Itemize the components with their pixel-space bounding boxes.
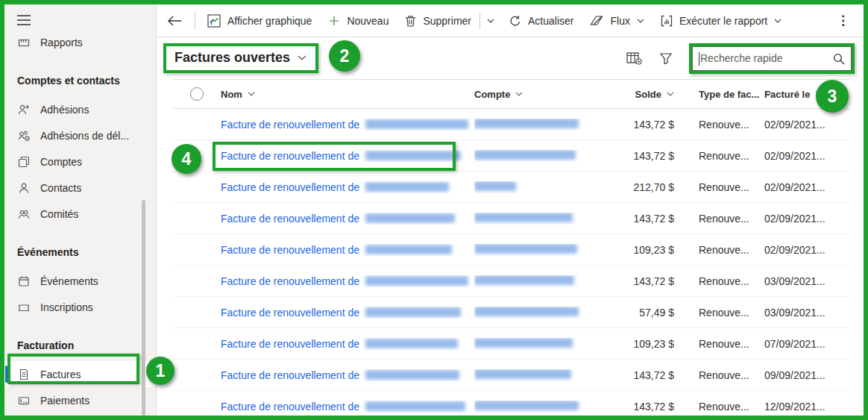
invoice-row-2: Facture de renouvellement de143,72 $Reno…	[173, 140, 852, 172]
checkbox-circle[interactable]	[190, 87, 204, 101]
sitemap-sidebar: RapportsComptes et contactsAdhésionsAdhé…	[4, 4, 157, 416]
column-header-compte[interactable]: Compte	[474, 89, 604, 100]
more-commands-button[interactable]: ⋮	[828, 8, 859, 34]
select-all-checkbox[interactable]	[173, 87, 221, 101]
new-button[interactable]: Nouveau	[320, 8, 397, 34]
column-header-type-de-fac-[interactable]: Type de fac...	[674, 89, 764, 100]
invoice-name-link[interactable]: Facture de renouvellement de	[221, 181, 474, 193]
date-cell: 12/09/2021...	[764, 401, 851, 413]
redacted-account-link[interactable]	[474, 307, 579, 316]
show-chart-button[interactable]: Afficher graphique	[199, 8, 320, 34]
person-icon	[17, 181, 31, 194]
flow-button[interactable]: Flux	[582, 8, 652, 34]
filter-icon[interactable]	[653, 46, 679, 70]
sidebar-item-factures[interactable]: Factures	[4, 361, 156, 387]
redacted-text	[365, 182, 449, 192]
sidebar-item-adhesions[interactable]: Adhésions	[4, 96, 156, 122]
toolbar-button-label: Exécuter le rapport	[679, 15, 767, 27]
sidebar-item-paiements[interactable]: Paiements	[4, 387, 156, 413]
name-cell: Facture de renouvellement de	[221, 401, 474, 413]
column-header-solde[interactable]: Solde	[604, 89, 674, 100]
type-cell: Renouve...	[674, 119, 764, 131]
quick-search	[692, 46, 852, 71]
date-cell: 02/09/2021...	[764, 213, 851, 225]
invoice-name-link[interactable]: Facture de renouvellement de	[221, 244, 474, 256]
redacted-account-link[interactable]	[474, 213, 573, 222]
sidebar-item-evenements[interactable]: Événements	[4, 268, 156, 294]
sidebar-scrollbar[interactable]	[142, 200, 145, 416]
refresh-button[interactable]: Actualiser	[501, 8, 582, 34]
sidebar-item-comptes[interactable]: Comptes	[4, 148, 156, 175]
back-button[interactable]	[158, 8, 191, 34]
ruler-icon	[17, 36, 31, 48]
accounts-icon	[17, 155, 31, 168]
toolbar-button-label: Afficher graphique	[227, 15, 312, 27]
plus-icon	[328, 15, 340, 27]
column-header-factur-le[interactable]: Facturé le	[764, 89, 851, 100]
run-report-button[interactable]: Exécuter le rapport	[652, 8, 790, 34]
invoice-name-link[interactable]: Facture de renouvellement de	[221, 275, 474, 287]
quick-search-input[interactable]	[693, 47, 851, 70]
invoice-name-link[interactable]: Facture de renouvellement de	[221, 307, 474, 319]
solde-cell: 143,72 $	[604, 213, 674, 225]
redacted-account-link[interactable]	[474, 338, 573, 348]
sidebar-nav: RapportsComptes et contactsAdhésionsAdhé…	[4, 29, 156, 413]
chevron-down-icon	[515, 92, 523, 96]
solde-cell: 109,23 $	[604, 338, 674, 350]
sidebar-item-adhesions-delegues[interactable]: Adhésions de dél...	[4, 122, 156, 148]
sidebar-item-contacts[interactable]: Contacts	[4, 175, 156, 201]
invoice-name-prefix: Facture de renouvellement de	[221, 307, 359, 319]
redacted-account-link[interactable]	[474, 119, 579, 128]
hamburger-menu-icon[interactable]	[16, 11, 31, 29]
invoice-name-link[interactable]: Facture de renouvellement de	[221, 369, 474, 381]
solde-cell: 212,70 $	[604, 181, 674, 193]
toolbar-button-label: Actualiser	[528, 15, 573, 27]
sidebar-item-rapports[interactable]: Rapports	[4, 29, 156, 55]
invoice-row-8: Facture de renouvellement de109,23 $Reno…	[173, 328, 852, 360]
redacted-account-link[interactable]	[474, 401, 579, 410]
solde-cell: 143,72 $	[604, 401, 674, 413]
invoice-name-prefix: Facture de renouvellement de	[221, 213, 359, 225]
redacted-account-link[interactable]	[474, 150, 576, 160]
column-label: Solde	[635, 89, 661, 100]
type-cell: Renouve...	[674, 369, 764, 381]
name-cell: Facture de renouvellement de	[221, 119, 474, 131]
column-header-nom[interactable]: Nom	[221, 89, 474, 100]
invoice-name-link[interactable]: Facture de renouvellement de	[221, 150, 474, 162]
invoice-row-5: Facture de renouvellement de109,23 $Reno…	[173, 234, 852, 266]
sidebar-item-inscriptions[interactable]: Inscriptions	[4, 294, 156, 320]
account-cell	[474, 150, 604, 162]
delete-button[interactable]: Supprimer	[397, 8, 479, 34]
invoice-name-link[interactable]: Facture de renouvellement de	[221, 119, 474, 131]
name-cell: Facture de renouvellement de	[221, 244, 474, 256]
edit-columns-icon[interactable]	[620, 46, 649, 70]
invoice-name-prefix: Facture de renouvellement de	[221, 150, 359, 162]
sidebar-item-label: Événements	[40, 275, 98, 287]
date-cell: 02/09/2021...	[764, 244, 851, 256]
sidebar-item-label: Adhésions	[40, 104, 89, 116]
redacted-account-link[interactable]	[474, 181, 516, 191]
view-selector[interactable]: Factures ouvertes	[166, 46, 315, 70]
invoice-name-prefix: Facture de renouvellement de	[221, 338, 359, 350]
date-cell: 03/09/2021...	[764, 307, 851, 319]
sidebar-item-label: Factures	[40, 369, 81, 380]
redacted-text	[365, 307, 461, 317]
invoice-name-prefix: Facture de renouvellement de	[221, 401, 359, 413]
redacted-account-link[interactable]	[474, 369, 571, 379]
invoice-name-link[interactable]: Facture de renouvellement de	[221, 401, 474, 413]
redacted-account-link[interactable]	[474, 244, 577, 254]
invoice-name-prefix: Facture de renouvellement de	[221, 369, 359, 381]
sidebar-item-label: Comités	[40, 208, 78, 220]
invoice-grid: NomCompteSoldeType de fac...Facturé le F…	[157, 79, 864, 416]
delete-dropdown-chevron-icon[interactable]	[480, 8, 501, 34]
sidebar-item-label: Contacts	[40, 182, 81, 194]
toolbar-button-label: Nouveau	[347, 15, 389, 27]
sidebar-item-comites[interactable]: Comités	[4, 201, 156, 227]
invoice-name-link[interactable]: Facture de renouvellement de	[221, 338, 474, 350]
solde-cell: 143,72 $	[604, 119, 674, 131]
column-label: Type de fac...	[699, 89, 759, 100]
invoice-name-prefix: Facture de renouvellement de	[221, 119, 359, 131]
app-window: RapportsComptes et contactsAdhésionsAdhé…	[0, 0, 868, 420]
invoice-name-link[interactable]: Facture de renouvellement de	[221, 213, 474, 225]
redacted-account-link[interactable]	[474, 275, 574, 285]
